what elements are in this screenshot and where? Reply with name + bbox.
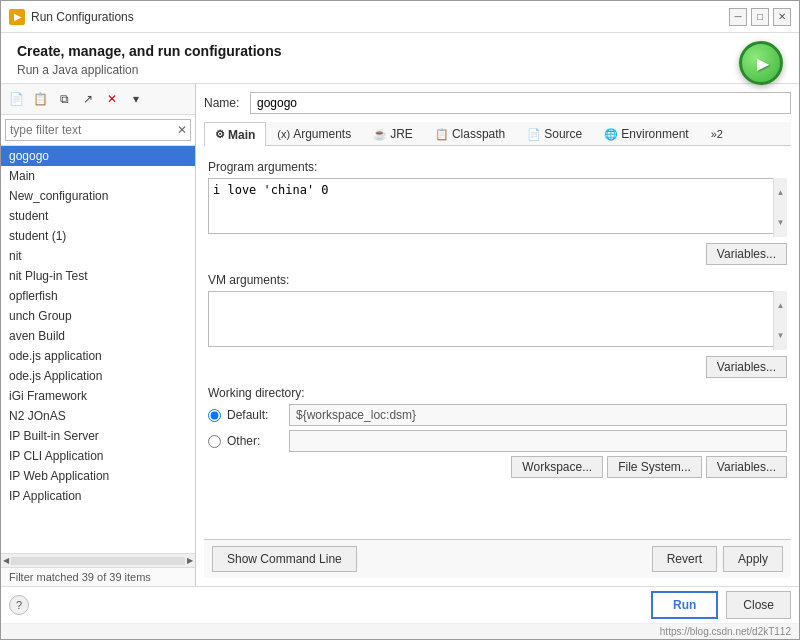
vm-scroll-down-icon[interactable]: ▼ bbox=[774, 321, 787, 351]
list-item[interactable]: student bbox=[1, 206, 195, 226]
source-tab-icon: 📄 bbox=[527, 128, 541, 141]
tab-arguments[interactable]: (x)Arguments bbox=[266, 122, 362, 145]
vm-variables-row: Variables... bbox=[208, 356, 787, 378]
other-radio[interactable] bbox=[208, 435, 221, 448]
tab-source[interactable]: 📄Source bbox=[516, 122, 593, 145]
scroll-left-icon[interactable]: ◀ bbox=[3, 556, 9, 565]
window-controls: ─ □ ✕ bbox=[729, 8, 791, 26]
search-input[interactable] bbox=[5, 119, 191, 141]
file-system-button[interactable]: File System... bbox=[607, 456, 702, 478]
list-item[interactable]: New_configuration bbox=[1, 186, 195, 206]
main-content: 📄 📋 ⧉ ↗ ✕ ▾ ✕ gogogoMainNew_configuratio… bbox=[1, 84, 799, 586]
vm-arguments-label: VM arguments: bbox=[208, 273, 787, 287]
search-clear-button[interactable]: ✕ bbox=[177, 123, 187, 137]
bottom-bar: Show Command Line Revert Apply bbox=[204, 539, 791, 578]
delete-button[interactable]: ✕ bbox=[101, 88, 123, 110]
list-item[interactable]: opflerfish bbox=[1, 286, 195, 306]
list-item[interactable]: unch Group bbox=[1, 306, 195, 326]
apply-button[interactable]: Apply bbox=[723, 546, 783, 572]
source-tab-label: Source bbox=[544, 127, 582, 141]
vm-args-scrollbar: ▲ ▼ bbox=[773, 291, 787, 350]
export-button[interactable]: ↗ bbox=[77, 88, 99, 110]
default-radio-label: Default: bbox=[227, 408, 283, 422]
dir-variables-button[interactable]: Variables... bbox=[706, 456, 787, 478]
list-item[interactable]: nit Plug-in Test bbox=[1, 266, 195, 286]
scroll-down-icon[interactable]: ▼ bbox=[774, 208, 787, 238]
horizontal-scroll[interactable]: ◀ ▶ bbox=[1, 553, 195, 567]
name-input[interactable] bbox=[250, 92, 791, 114]
default-radio-row: Default: bbox=[208, 404, 787, 426]
name-row: Name: bbox=[204, 92, 791, 114]
list-item[interactable]: Main bbox=[1, 166, 195, 186]
duplicate-button[interactable]: ⧉ bbox=[53, 88, 75, 110]
list-item[interactable]: IP Web Application bbox=[1, 466, 195, 486]
working-directory-label: Working directory: bbox=[208, 386, 787, 400]
arguments-tab-icon: (x) bbox=[277, 128, 290, 140]
list-item[interactable]: ode.js application bbox=[1, 346, 195, 366]
new-config-button[interactable]: 📄 bbox=[5, 88, 27, 110]
minimize-button[interactable]: ─ bbox=[729, 8, 747, 26]
search-box-wrapper: ✕ bbox=[1, 115, 195, 146]
new-protocol-button[interactable]: 📋 bbox=[29, 88, 51, 110]
list-item[interactable]: aven Build bbox=[1, 326, 195, 346]
bottom-left: Show Command Line bbox=[212, 546, 357, 572]
other-dir-input[interactable] bbox=[289, 430, 787, 452]
program-arguments-wrapper: ▲ ▼ bbox=[208, 178, 787, 237]
show-command-line-button[interactable]: Show Command Line bbox=[212, 546, 357, 572]
list-item[interactable]: IP Built-in Server bbox=[1, 426, 195, 446]
other-radio-row: Other: bbox=[208, 430, 787, 452]
run-large-button[interactable] bbox=[739, 41, 783, 85]
main-tab-label: Main bbox=[228, 128, 255, 142]
filter-status: Filter matched 39 of 39 items bbox=[1, 567, 195, 586]
list-item[interactable]: ode.js Application bbox=[1, 366, 195, 386]
title-bar-left: ▶ Run Configurations bbox=[9, 9, 134, 25]
workspace-button[interactable]: Workspace... bbox=[511, 456, 603, 478]
maximize-button[interactable]: □ bbox=[751, 8, 769, 26]
left-toolbar: 📄 📋 ⧉ ↗ ✕ ▾ bbox=[1, 84, 195, 115]
default-radio[interactable] bbox=[208, 409, 221, 422]
tab-overflow[interactable]: »2 bbox=[700, 122, 734, 145]
jre-tab-label: JRE bbox=[390, 127, 413, 141]
jre-tab-icon: ☕ bbox=[373, 128, 387, 141]
close-window-button[interactable]: ✕ bbox=[773, 8, 791, 26]
run-configurations-window: ▶ Run Configurations ─ □ ✕ Create, manag… bbox=[0, 0, 800, 640]
title-bar: ▶ Run Configurations ─ □ ✕ bbox=[1, 1, 799, 33]
filter-button[interactable]: ▾ bbox=[125, 88, 147, 110]
tab-main[interactable]: ⚙Main bbox=[204, 122, 266, 146]
window-title: Run Configurations bbox=[31, 10, 134, 24]
list-item[interactable]: iGi Framework bbox=[1, 386, 195, 406]
program-arguments-input[interactable] bbox=[208, 178, 787, 234]
working-dir-section: Working directory: Default: Other: Works… bbox=[208, 386, 787, 478]
help-button[interactable]: ? bbox=[9, 595, 29, 615]
tab-environment[interactable]: 🌐Environment bbox=[593, 122, 699, 145]
scroll-right-icon[interactable]: ▶ bbox=[187, 556, 193, 565]
vm-variables-button[interactable]: Variables... bbox=[706, 356, 787, 378]
classpath-tab-label: Classpath bbox=[452, 127, 505, 141]
list-item[interactable]: gogogo bbox=[1, 146, 195, 166]
footer-bar: ? Run Close bbox=[1, 586, 799, 623]
revert-button[interactable]: Revert bbox=[652, 546, 717, 572]
prog-variables-button[interactable]: Variables... bbox=[706, 243, 787, 265]
list-item[interactable]: nit bbox=[1, 246, 195, 266]
run-button[interactable]: Run bbox=[651, 591, 718, 619]
app-icon: ▶ bbox=[9, 9, 25, 25]
list-item[interactable]: IP CLI Application bbox=[1, 446, 195, 466]
environment-tab-icon: 🌐 bbox=[604, 128, 618, 141]
scroll-up-icon[interactable]: ▲ bbox=[774, 178, 787, 208]
list-item[interactable]: N2 JOnAS bbox=[1, 406, 195, 426]
name-label: Name: bbox=[204, 96, 244, 110]
vm-arguments-input[interactable] bbox=[208, 291, 787, 347]
default-dir-input[interactable] bbox=[289, 404, 787, 426]
list-item[interactable]: student (1) bbox=[1, 226, 195, 246]
list-item[interactable]: IP Application bbox=[1, 486, 195, 506]
arguments-tab-label: Arguments bbox=[293, 127, 351, 141]
header-title: Create, manage, and run configurations bbox=[17, 43, 783, 59]
right-panel: Name: ⚙Main(x)Arguments☕JRE📋Classpath📄So… bbox=[196, 84, 799, 586]
vm-scroll-up-icon[interactable]: ▲ bbox=[774, 291, 787, 321]
tab-jre[interactable]: ☕JRE bbox=[362, 122, 424, 145]
tab-classpath[interactable]: 📋Classpath bbox=[424, 122, 516, 145]
close-button[interactable]: Close bbox=[726, 591, 791, 619]
config-list: gogogoMainNew_configurationstudentstuden… bbox=[1, 146, 195, 553]
header-area: Create, manage, and run configurations R… bbox=[1, 33, 799, 84]
prog-variables-row: Variables... bbox=[208, 243, 787, 265]
